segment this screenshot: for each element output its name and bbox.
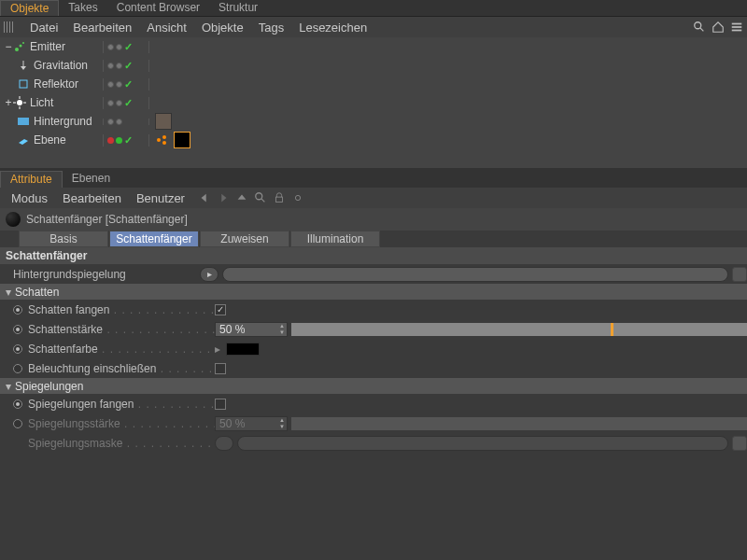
anim-dot[interactable] [13, 399, 22, 409]
prop-schattenstaerke: Schattenstärke 50 %▲▼ [0, 319, 747, 339]
background-icon [17, 115, 30, 128]
svg-point-17 [162, 135, 166, 139]
menu-lesezeichen[interactable]: Lesezeichen [291, 21, 374, 35]
tab-objekte[interactable]: Objekte [0, 0, 59, 16]
render-dot[interactable] [116, 63, 122, 69]
svg-point-16 [157, 138, 161, 142]
subsection-spiegelungen[interactable]: ▾Spiegelungen [0, 378, 747, 394]
nav-back-icon[interactable] [198, 191, 211, 204]
object-row-hintergrund[interactable]: Hintergrund [0, 112, 747, 131]
expander-icon[interactable]: − [4, 40, 13, 53]
render-dot[interactable] [116, 119, 122, 125]
shader-picker-button[interactable] [732, 267, 747, 282]
render-dot[interactable] [116, 100, 122, 106]
object-name: Hintergrund [34, 115, 92, 128]
light-icon [13, 96, 26, 109]
menu-bearbeiten[interactable]: Bearbeiten [65, 21, 139, 35]
input-spiegelungsstaerke: 50 %▲▼ [215, 416, 288, 431]
checkbox-schatten-fangen[interactable] [215, 304, 226, 315]
enable-check-icon[interactable]: ✓ [124, 41, 133, 53]
anim-dot[interactable] [13, 325, 22, 334]
render-dot[interactable] [116, 137, 122, 144]
menu-benutzer[interactable]: Benutzer [129, 191, 192, 205]
anim-dot[interactable] [13, 344, 22, 354]
tab-ebenen[interactable]: Ebenen [63, 171, 120, 188]
visibility-dot[interactable] [107, 137, 114, 144]
menu-extra-icon[interactable] [730, 21, 743, 34]
shader-picker-button [732, 436, 747, 451]
subtab-illumination[interactable]: Illumination [290, 231, 380, 247]
visibility-dot[interactable] [107, 44, 114, 50]
material-tag-icon[interactable] [174, 132, 190, 148]
tab-content-browser[interactable]: Content Browser [107, 0, 209, 16]
object-row-ebene[interactable]: Ebene ✓ [0, 131, 747, 149]
enable-check-icon[interactable]: ✓ [124, 60, 133, 72]
tab-struktur[interactable]: Struktur [209, 0, 267, 16]
prop-spiegelungsmaske: Spiegelungsmaske [0, 433, 747, 453]
slider-schattenstaerke[interactable] [291, 323, 747, 336]
svg-point-0 [695, 22, 701, 29]
enable-check-icon[interactable]: ✓ [124, 78, 133, 91]
visibility-dot[interactable] [107, 100, 114, 106]
lock-icon[interactable] [273, 191, 286, 204]
visibility-dot[interactable] [107, 81, 114, 88]
subtab-basis[interactable]: Basis [19, 231, 108, 247]
settings-icon[interactable] [291, 191, 304, 204]
tab-takes[interactable]: Takes [59, 0, 106, 16]
nav-fwd-icon[interactable] [217, 191, 230, 204]
home-icon[interactable] [712, 21, 725, 34]
object-title-bar: Schattenfänger [Schattenfänger] [0, 208, 747, 231]
object-manager-menubar: Datei Bearbeiten Ansicht Objekte Tags Le… [0, 17, 747, 37]
render-dot[interactable] [116, 44, 122, 50]
enable-check-icon[interactable]: ✓ [124, 134, 133, 147]
object-row-gravitation[interactable]: Gravitation ✓ [0, 56, 747, 75]
input-schattenstaerke[interactable]: 50 %▲▼ [215, 322, 288, 337]
prop-beleuchtung-einschliessen: Beleuchtung einschließen [0, 358, 747, 378]
menu-datei[interactable]: Datei [22, 21, 65, 35]
prop-label: Spiegelungen fangen [28, 398, 134, 411]
object-row-reflektor[interactable]: Reflektor ✓ [0, 75, 747, 93]
prop-spiegelungsstaerke: Spiegelungsstärke 50 %▲▼ [0, 413, 747, 433]
anim-dot[interactable] [13, 364, 22, 373]
object-name: Ebene [34, 133, 66, 147]
menu-ansicht[interactable]: Ansicht [139, 21, 194, 35]
svg-point-10 [17, 100, 22, 105]
svg-rect-3 [732, 26, 742, 28]
subsection-label: Spiegelungen [15, 380, 83, 393]
object-row-emitter[interactable]: − Emitter ✓ [0, 37, 747, 56]
svg-line-20 [261, 199, 265, 203]
menu-modus[interactable]: Modus [4, 191, 55, 205]
subtab-schattenfaenger[interactable]: Schattenfänger [109, 231, 199, 247]
menu-objekte[interactable]: Objekte [194, 21, 251, 35]
expand-arrow-icon[interactable]: ▸ [215, 343, 220, 356]
enable-check-icon[interactable]: ✓ [124, 97, 133, 109]
texture-tag-icon[interactable] [155, 113, 172, 130]
tab-attribute[interactable]: Attribute [0, 171, 63, 188]
nav-up-icon[interactable] [235, 191, 248, 204]
visibility-dot[interactable] [107, 63, 114, 69]
compositing-tag-icon[interactable] [155, 133, 170, 147]
visibility-dot[interactable] [107, 119, 114, 125]
expander-icon[interactable]: + [4, 96, 13, 109]
search-icon[interactable] [254, 191, 267, 204]
object-row-licht[interactable]: + Licht ✓ [0, 93, 747, 112]
checkbox-beleuchtung[interactable] [215, 363, 226, 374]
svg-rect-4 [732, 30, 742, 32]
prop-hintergrundspiegelung: Hintergrundspiegelung ▸ [0, 264, 747, 284]
svg-rect-15 [18, 118, 29, 125]
section-header: Schattenfänger [0, 247, 747, 264]
shader-link-field[interactable] [222, 267, 728, 282]
subtab-zuweisen[interactable]: Zuweisen [200, 231, 289, 247]
anim-dot[interactable] [13, 305, 22, 315]
prop-label: Hintergrundspiegelung [13, 268, 126, 281]
prop-schattenfarbe: Schattenfarbe ▸ [0, 339, 747, 358]
render-dot[interactable] [116, 81, 122, 88]
checkbox-spiegelungen-fangen[interactable] [215, 399, 226, 410]
menu-tags[interactable]: Tags [251, 21, 291, 35]
menu-bearbeiten-attr[interactable]: Bearbeiten [55, 191, 129, 205]
color-swatch-schattenfarbe[interactable] [226, 343, 260, 356]
object-title-text: Schattenfänger [Schattenfänger] [26, 213, 188, 226]
subsection-schatten[interactable]: ▾Schatten [0, 284, 747, 300]
shader-arrow-button[interactable]: ▸ [200, 267, 218, 282]
search-icon[interactable] [693, 21, 706, 34]
